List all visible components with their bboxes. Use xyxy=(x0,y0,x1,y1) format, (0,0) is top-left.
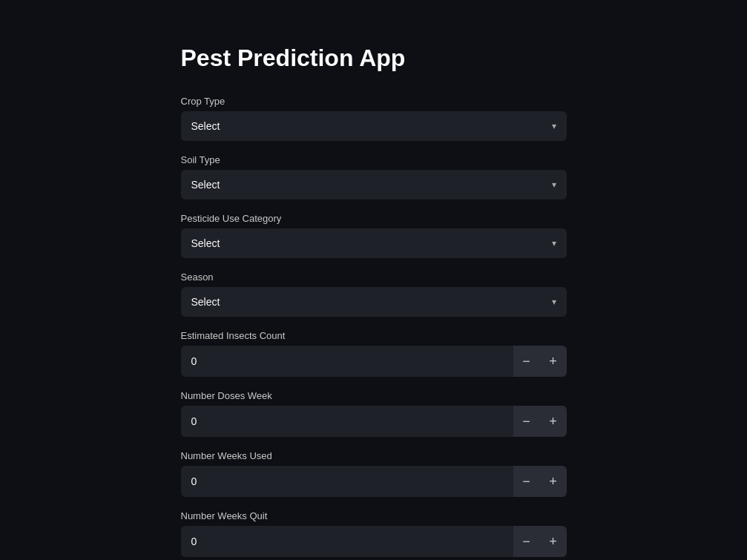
season-select-wrapper: Select ▾ xyxy=(181,287,567,317)
crop-type-select-wrapper: Select ▾ xyxy=(181,111,567,141)
number-doses-week-value: 0 xyxy=(181,406,513,436)
number-weeks-quit-value: 0 xyxy=(181,527,513,556)
season-group: Season Select ▾ xyxy=(181,271,567,317)
number-doses-week-plus-button[interactable]: + xyxy=(540,406,567,437)
number-weeks-used-plus-button[interactable]: + xyxy=(540,466,567,497)
estimated-insects-count-input-wrapper: 0 − + xyxy=(181,346,567,377)
pesticide-use-category-select[interactable]: Select xyxy=(181,228,567,258)
number-weeks-used-group: Number Weeks Used 0 − + xyxy=(181,450,567,497)
crop-type-group: Crop Type Select ▾ xyxy=(181,96,567,141)
pesticide-use-category-label: Pesticide Use Category xyxy=(181,213,567,224)
estimated-insects-count-value: 0 xyxy=(181,346,513,376)
number-doses-week-input-wrapper: 0 − + xyxy=(181,406,567,437)
estimated-insects-count-group: Estimated Insects Count 0 − + xyxy=(181,330,567,377)
number-weeks-quit-minus-button[interactable]: − xyxy=(513,526,540,557)
soil-type-select[interactable]: Select xyxy=(181,170,567,200)
app-title: Pest Prediction App xyxy=(181,45,567,72)
crop-type-label: Crop Type xyxy=(181,96,567,107)
main-container: Pest Prediction App Crop Type Select ▾ S… xyxy=(166,0,582,560)
number-weeks-used-minus-button[interactable]: − xyxy=(513,466,540,497)
number-weeks-used-value: 0 xyxy=(181,467,513,496)
estimated-insects-count-plus-button[interactable]: + xyxy=(540,346,567,377)
estimated-insects-count-label: Estimated Insects Count xyxy=(181,330,567,341)
pesticide-use-category-group: Pesticide Use Category Select ▾ xyxy=(181,213,567,258)
season-label: Season xyxy=(181,271,567,283)
season-select[interactable]: Select xyxy=(181,287,567,317)
soil-type-group: Soil Type Select ▾ xyxy=(181,154,567,200)
crop-type-select[interactable]: Select xyxy=(181,111,567,141)
number-weeks-quit-input-wrapper: 0 − + xyxy=(181,526,567,557)
number-weeks-used-input-wrapper: 0 − + xyxy=(181,466,567,497)
number-weeks-quit-label: Number Weeks Quit xyxy=(181,510,567,521)
number-weeks-quit-plus-button[interactable]: + xyxy=(540,526,567,557)
number-doses-week-label: Number Doses Week xyxy=(181,390,567,401)
soil-type-select-wrapper: Select ▾ xyxy=(181,170,567,200)
number-weeks-quit-group: Number Weeks Quit 0 − + xyxy=(181,510,567,557)
soil-type-label: Soil Type xyxy=(181,154,567,165)
number-doses-week-minus-button[interactable]: − xyxy=(513,406,540,437)
estimated-insects-count-minus-button[interactable]: − xyxy=(513,346,540,377)
number-weeks-used-label: Number Weeks Used xyxy=(181,450,567,461)
pesticide-use-category-select-wrapper: Select ▾ xyxy=(181,228,567,258)
number-doses-week-group: Number Doses Week 0 − + xyxy=(181,390,567,437)
